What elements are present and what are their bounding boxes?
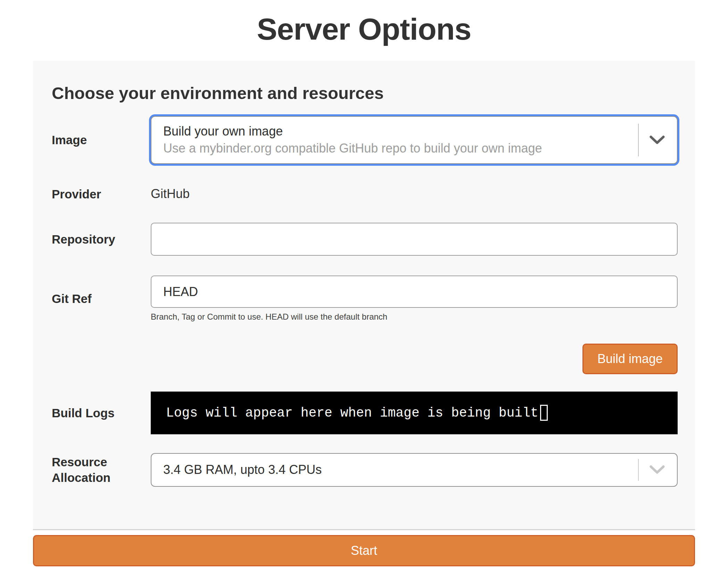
git-ref-help-text: Branch, Tag or Commit to use. HEAD will … [151, 312, 678, 322]
image-select[interactable]: Build your own image Use a mybinder.org … [151, 116, 678, 164]
repository-label: Repository [52, 231, 151, 247]
select-divider [638, 124, 639, 156]
provider-row: Provider GitHub [52, 186, 678, 202]
build-logs-row: Build Logs Logs will appear here when im… [52, 392, 678, 434]
server-options-panel: Choose your environment and resources Im… [33, 61, 695, 530]
build-image-row: Build image [52, 344, 678, 374]
repository-input[interactable] [151, 223, 678, 256]
git-ref-row: Git Ref Branch, Tag or Commit to use. HE… [52, 276, 678, 322]
terminal-cursor [540, 405, 548, 421]
resource-allocation-row: Resource Allocation 3.4 GB RAM, upto 3.4… [52, 453, 678, 487]
provider-value: GitHub [151, 187, 190, 201]
provider-label: Provider [52, 186, 151, 202]
start-button[interactable]: Start [33, 535, 695, 566]
page-title: Server Options [0, 13, 728, 46]
image-label: Image [52, 132, 151, 148]
section-heading: Choose your environment and resources [52, 83, 678, 104]
resource-allocation-select[interactable]: 3.4 GB RAM, upto 3.4 CPUs [151, 453, 678, 487]
select-divider [638, 459, 639, 481]
image-row: Image Build your own image Use a mybinde… [52, 116, 678, 164]
git-ref-label: Git Ref [52, 291, 151, 307]
resource-allocation-label: Resource Allocation [52, 454, 151, 486]
chevron-down-icon [649, 465, 665, 475]
build-logs-terminal[interactable]: Logs will appear here when image is bein… [151, 392, 678, 434]
build-image-button[interactable]: Build image [582, 344, 678, 374]
git-ref-input[interactable] [151, 276, 678, 308]
image-select-description: Use a mybinder.org compatible GitHub rep… [163, 141, 638, 156]
image-select-value: Build your own image [163, 124, 638, 139]
build-logs-label: Build Logs [52, 405, 151, 421]
image-select-indicators [638, 117, 677, 163]
repository-row: Repository [52, 223, 678, 256]
chevron-down-icon [649, 135, 665, 145]
resource-allocation-indicators [638, 454, 677, 486]
resource-allocation-texts: 3.4 GB RAM, upto 3.4 CPUs [151, 454, 638, 486]
build-logs-placeholder-text: Logs will appear here when image is bein… [166, 405, 538, 420]
resource-allocation-value: 3.4 GB RAM, upto 3.4 CPUs [163, 462, 638, 477]
image-select-texts: Build your own image Use a mybinder.org … [151, 117, 638, 163]
